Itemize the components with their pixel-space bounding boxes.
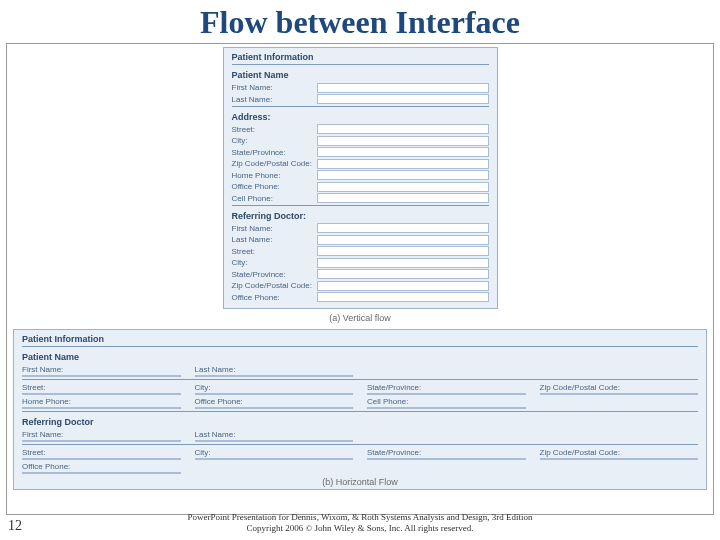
patient-name-header: Patient Name — [232, 68, 489, 81]
label-first-name: First Name: — [232, 83, 317, 92]
input-doc-city[interactable] — [317, 258, 489, 268]
label-last-name: Last Name: — [232, 95, 317, 104]
input-home-phone[interactable] — [317, 170, 489, 180]
input-last-name[interactable] — [317, 94, 489, 104]
h-input-street[interactable] — [22, 393, 181, 395]
h-label-zip: Zip Code/Postal Code: — [540, 383, 699, 392]
input-doc-first-name[interactable] — [317, 223, 489, 233]
footer: 12 PowerPoint Presentation for Dennis, W… — [0, 512, 720, 534]
horizontal-caption: (b) Horizontal Flow — [22, 476, 698, 487]
hcell-first-name: First Name: — [22, 365, 181, 377]
figure-area: Patient Information Patient Name First N… — [6, 43, 714, 515]
hcell-doc-last-name: Last Name: — [195, 430, 354, 442]
row-office-phone: Office Phone: — [232, 182, 489, 192]
h-input-doc-state[interactable] — [367, 458, 526, 460]
h-input-doc-last-name[interactable] — [195, 440, 354, 442]
h-label-city: City: — [195, 383, 354, 392]
h-label-doc-first-name: First Name: — [22, 430, 181, 439]
h-label-doc-street: Street: — [22, 448, 181, 457]
row-last-name: Last Name: — [232, 94, 489, 104]
h-input-office-phone[interactable] — [195, 407, 354, 409]
input-cell-phone[interactable] — [317, 193, 489, 203]
hcell-office-phone: Office Phone: — [195, 397, 354, 409]
h-label-street: Street: — [22, 383, 181, 392]
h-input-doc-office-phone[interactable] — [22, 472, 181, 474]
label-street: Street: — [232, 125, 317, 134]
h-label-doc-zip: Zip Code/Postal Code: — [540, 448, 699, 457]
label-state: State/Province: — [232, 148, 317, 157]
label-doc-zip: Zip Code/Postal Code: — [232, 281, 317, 290]
h-input-doc-zip[interactable] — [540, 458, 699, 460]
hcell-city: City: — [195, 383, 354, 395]
hcell-doc-zip: Zip Code/Postal Code: — [540, 448, 699, 460]
h-input-state[interactable] — [367, 393, 526, 395]
h-input-home-phone[interactable] — [22, 407, 181, 409]
input-first-name[interactable] — [317, 83, 489, 93]
row-cell-phone: Cell Phone: — [232, 193, 489, 203]
hcell-doc-city: City: — [195, 448, 354, 460]
hcell-cell-phone: Cell Phone: — [367, 397, 526, 409]
page-number: 12 — [8, 518, 22, 534]
label-office-phone: Office Phone: — [232, 182, 317, 191]
label-doc-city: City: — [232, 258, 317, 267]
row-doc-office-phone: Office Phone: — [232, 292, 489, 302]
vertical-caption: (a) Vertical flow — [13, 309, 707, 329]
h-input-city[interactable] — [195, 393, 354, 395]
h-input-doc-street[interactable] — [22, 458, 181, 460]
h-label-doc-city: City: — [195, 448, 354, 457]
input-doc-last-name[interactable] — [317, 235, 489, 245]
h-patient-info-header: Patient Information — [22, 332, 698, 345]
row-doc-state: State/Province: — [232, 269, 489, 279]
credit-line-2: Copyright 2006 © John Wiley & Sons, Inc.… — [40, 523, 680, 534]
horizontal-flow-panel: Patient Information Patient Name First N… — [13, 329, 707, 490]
input-doc-street[interactable] — [317, 246, 489, 256]
row-doc-first-name: First Name: — [232, 223, 489, 233]
row-street: Street: — [232, 124, 489, 134]
h-input-cell-phone[interactable] — [367, 407, 526, 409]
hcell-doc-street: Street: — [22, 448, 181, 460]
label-city: City: — [232, 136, 317, 145]
h-label-last-name: Last Name: — [195, 365, 354, 374]
credit-text: PowerPoint Presentation for Dennis, Wixo… — [0, 512, 720, 534]
row-doc-zip: Zip Code/Postal Code: — [232, 281, 489, 291]
input-doc-office-phone[interactable] — [317, 292, 489, 302]
h-label-home-phone: Home Phone: — [22, 397, 181, 406]
h-input-last-name[interactable] — [195, 375, 354, 377]
h-input-doc-first-name[interactable] — [22, 440, 181, 442]
label-home-phone: Home Phone: — [232, 171, 317, 180]
h-label-doc-last-name: Last Name: — [195, 430, 354, 439]
vertical-flow-panel: Patient Information Patient Name First N… — [223, 47, 498, 309]
row-state: State/Province: — [232, 147, 489, 157]
input-doc-zip[interactable] — [317, 281, 489, 291]
address-header: Address: — [232, 110, 489, 123]
input-state[interactable] — [317, 147, 489, 157]
input-doc-state[interactable] — [317, 269, 489, 279]
label-doc-first-name: First Name: — [232, 224, 317, 233]
label-zip: Zip Code/Postal Code: — [232, 159, 317, 168]
h-label-doc-office-phone: Office Phone: — [22, 462, 181, 471]
h-label-office-phone: Office Phone: — [195, 397, 354, 406]
h-label-cell-phone: Cell Phone: — [367, 397, 526, 406]
h-label-state: State/Province: — [367, 383, 526, 392]
h-input-zip[interactable] — [540, 393, 699, 395]
h-input-first-name[interactable] — [22, 375, 181, 377]
input-office-phone[interactable] — [317, 182, 489, 192]
input-street[interactable] — [317, 124, 489, 134]
referring-doctor-header: Referring Doctor: — [232, 209, 489, 222]
label-doc-street: Street: — [232, 247, 317, 256]
h-label-doc-state: State/Province: — [367, 448, 526, 457]
label-doc-office-phone: Office Phone: — [232, 293, 317, 302]
label-doc-state: State/Province: — [232, 270, 317, 279]
input-city[interactable] — [317, 136, 489, 146]
label-cell-phone: Cell Phone: — [232, 194, 317, 203]
row-city: City: — [232, 136, 489, 146]
hcell-street: Street: — [22, 383, 181, 395]
h-label-first-name: First Name: — [22, 365, 181, 374]
hcell-last-name: Last Name: — [195, 365, 354, 377]
h-patient-name-header: Patient Name — [22, 350, 698, 363]
row-zip: Zip Code/Postal Code: — [232, 159, 489, 169]
h-input-doc-city[interactable] — [195, 458, 354, 460]
input-zip[interactable] — [317, 159, 489, 169]
row-doc-last-name: Last Name: — [232, 235, 489, 245]
row-home-phone: Home Phone: — [232, 170, 489, 180]
